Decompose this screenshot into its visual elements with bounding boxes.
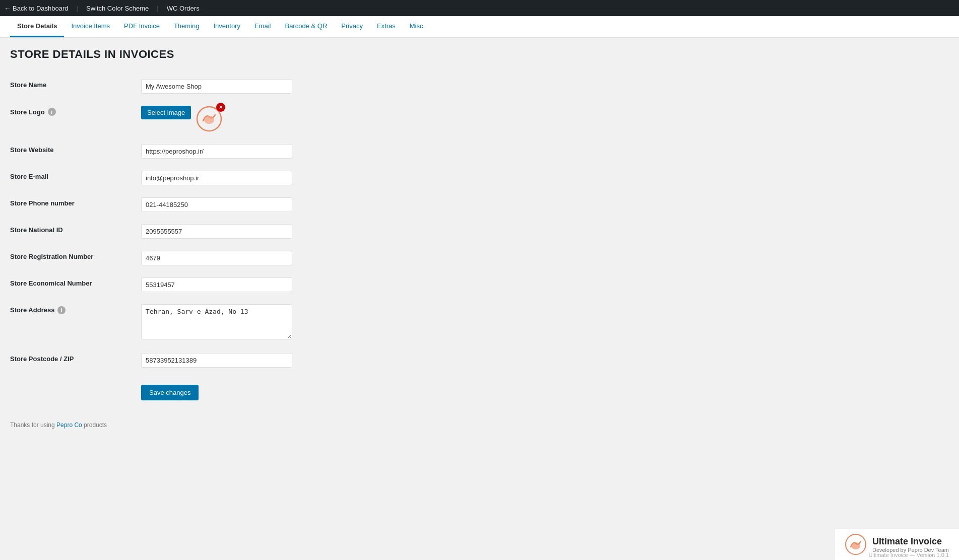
- main-wrap: Store Details Invoice Items PDF Invoice …: [0, 16, 959, 560]
- store-eco-row: Store Economical Number: [10, 271, 464, 298]
- store-website-input[interactable]: [141, 144, 292, 159]
- logo-preview-wrap: ×: [196, 106, 222, 132]
- store-email-row: Store E-mail: [10, 165, 464, 191]
- store-email-label: Store E-mail: [10, 165, 141, 191]
- back-arrow-icon: ←: [4, 5, 11, 12]
- save-row: Save changes: [10, 374, 464, 406]
- store-website-label: Store Website: [10, 138, 141, 165]
- store-address-input[interactable]: Tehran, Sarv-e-Azad, No 13: [141, 304, 292, 339]
- brand-name: Ultimate Invoice: [872, 536, 949, 547]
- store-logo-label-area: Store Logo i: [10, 108, 131, 116]
- tab-barcode-qr[interactable]: Barcode & QR: [278, 16, 334, 37]
- back-to-dashboard-link[interactable]: ← Back to Dashboard: [4, 5, 69, 12]
- wc-orders-link[interactable]: WC Orders: [167, 5, 200, 12]
- tab-inventory[interactable]: Inventory: [206, 16, 247, 37]
- store-email-input[interactable]: [141, 171, 292, 185]
- store-name-row: Store Name: [10, 73, 464, 100]
- tab-pdf-invoice[interactable]: PDF Invoice: [117, 16, 167, 37]
- store-national-input[interactable]: [141, 224, 292, 239]
- store-website-row: Store Website: [10, 138, 464, 165]
- store-postcode-input[interactable]: [141, 353, 292, 368]
- tab-theming[interactable]: Theming: [167, 16, 207, 37]
- tab-privacy[interactable]: Privacy: [334, 16, 370, 37]
- page-title: STORE DETAILS IN INVOICES: [10, 48, 949, 61]
- footer-thanks: Thanks for using: [10, 422, 56, 429]
- save-changes-button[interactable]: Save changes: [141, 385, 199, 400]
- version-text: Ultimate Invoice — Version 1.0.1: [868, 552, 949, 558]
- store-name-label: Store Name: [10, 73, 141, 100]
- select-image-button[interactable]: Select image: [141, 106, 191, 119]
- brand-text: Ultimate Invoice Developed by Pepro Dev …: [872, 536, 949, 553]
- tab-invoice-items[interactable]: Invoice Items: [64, 16, 117, 37]
- tab-store-details[interactable]: Store Details: [10, 16, 64, 37]
- page-content: STORE DETAILS IN INVOICES Store Name Sto…: [10, 38, 949, 439]
- remove-logo-button[interactable]: ×: [216, 103, 225, 112]
- footer-after: products: [82, 422, 107, 429]
- pepro-co-link[interactable]: Pepro Co: [56, 422, 82, 429]
- store-eco-input[interactable]: [141, 277, 292, 292]
- store-reg-input[interactable]: [141, 251, 292, 265]
- brand-logo-svg: [845, 534, 866, 555]
- address-info-icon[interactable]: i: [57, 306, 66, 314]
- logo-info-icon[interactable]: i: [48, 108, 56, 116]
- store-phone-row: Store Phone number: [10, 191, 464, 218]
- store-national-label: Store National ID: [10, 218, 141, 245]
- tab-email[interactable]: Email: [247, 16, 278, 37]
- store-address-label-wrap: Store Address i: [10, 306, 131, 314]
- admin-bar: ← Back to Dashboard | Switch Color Schem…: [0, 0, 959, 16]
- store-postcode-label: Store Postcode / ZIP: [10, 347, 141, 374]
- store-details-form: Store Name Store Logo i: [10, 73, 464, 406]
- store-logo-label: Store Logo: [10, 108, 45, 116]
- store-logo-row: Store Logo i Select image ×: [10, 100, 464, 138]
- store-reg-row: Store Registration Number: [10, 245, 464, 271]
- store-phone-label: Store Phone number: [10, 191, 141, 218]
- switch-color-scheme-link[interactable]: Switch Color Scheme: [86, 5, 149, 12]
- tab-extras[interactable]: Extras: [370, 16, 403, 37]
- svg-point-1: [204, 116, 214, 124]
- store-address-label: Store Address: [10, 306, 54, 314]
- store-eco-label: Store Economical Number: [10, 271, 141, 298]
- logo-section: Select image ×: [141, 106, 464, 132]
- store-postcode-row: Store Postcode / ZIP: [10, 347, 464, 374]
- store-reg-label: Store Registration Number: [10, 245, 141, 271]
- store-address-row: Store Address i Tehran, Sarv-e-Azad, No …: [10, 298, 464, 347]
- store-phone-input[interactable]: [141, 197, 292, 212]
- sub-nav: Store Details Invoice Items PDF Invoice …: [0, 16, 959, 38]
- store-name-input[interactable]: [141, 79, 292, 94]
- store-national-row: Store National ID: [10, 218, 464, 245]
- tab-misc[interactable]: Misc.: [403, 16, 432, 37]
- page-footer: Thanks for using Pepro Co products: [10, 422, 949, 429]
